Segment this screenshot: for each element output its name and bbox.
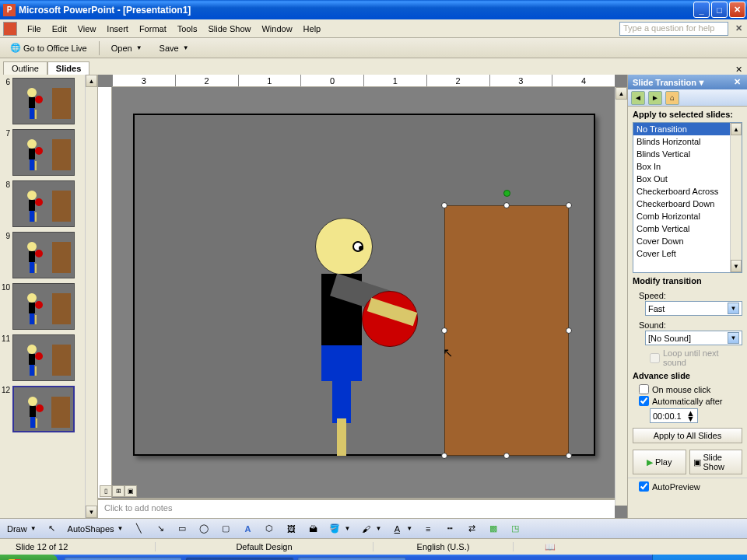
menu-view[interactable]: View (72, 23, 102, 35)
diagram-button[interactable]: ⬡ (259, 520, 279, 537)
slide-thumbnail[interactable]: 11 (2, 334, 96, 381)
line-style-button[interactable]: ≡ (418, 520, 438, 537)
help-search-input[interactable]: Type a question for help (619, 22, 728, 36)
figure-leg-shape[interactable] (332, 381, 351, 423)
scroll-down-button[interactable]: ▼ (86, 506, 97, 518)
sorter-view-button[interactable]: ⊞ (112, 485, 124, 497)
menu-help[interactable]: Help (298, 23, 327, 35)
transition-list-item[interactable]: Box In (633, 160, 742, 173)
slide-thumbnail[interactable]: 6 (2, 78, 96, 124)
3d-style-button[interactable]: ◳ (505, 520, 525, 537)
automatically-after-checkbox[interactable] (639, 396, 649, 406)
taskpane-menu-button[interactable]: ▼ (696, 77, 707, 87)
textbox-tool-button[interactable]: ▢ (216, 520, 236, 537)
menu-edit[interactable]: Edit (47, 23, 72, 35)
maximize-button[interactable]: □ (711, 2, 728, 18)
select-objects-button[interactable]: ↖ (42, 520, 62, 537)
line-tool-button[interactable]: ╲ (128, 520, 149, 537)
transitions-listbox[interactable]: No TransitionBlinds HorizontalBlinds Ver… (633, 122, 742, 273)
nav-back-button[interactable]: ◄ (631, 91, 645, 105)
start-button[interactable]: start (0, 555, 58, 560)
listbox-scrollbar[interactable]: ▲ ▼ (730, 123, 742, 272)
taskpane-close-button[interactable]: ✕ (732, 77, 742, 87)
slideshow-view-button[interactable]: ▣ (124, 485, 137, 497)
selection-handle[interactable] (441, 327, 447, 334)
on-mouse-click-checkbox[interactable] (639, 384, 649, 394)
go-to-office-live-button[interactable]: 🌐 Go to Office Live (3, 40, 94, 55)
scroll-up-button[interactable]: ▲ (86, 75, 97, 87)
menu-file[interactable]: File (22, 23, 47, 35)
slideshow-button[interactable]: ▣ Slide Show (689, 450, 743, 474)
slide-thumbnail[interactable]: 7 (2, 129, 96, 176)
transition-list-item[interactable]: Cover Down (633, 235, 742, 247)
selection-handle[interactable] (566, 453, 572, 459)
apply-to-all-button[interactable]: Apply to All Slides (633, 428, 742, 443)
picture-button[interactable]: 🏔 (303, 520, 323, 537)
slide-editor[interactable]: 32101234 ▲ ▯ ⊞ ▣ (98, 75, 627, 518)
font-color-button[interactable]: A▼ (387, 520, 416, 537)
clipart-button[interactable]: 🖼 (281, 520, 301, 537)
menu-window[interactable]: Window (256, 23, 297, 35)
draw-menu-button[interactable]: Draw▼ (3, 522, 40, 536)
slide-thumbnail[interactable]: 10 (2, 283, 96, 330)
transition-list-item[interactable]: No Transition (633, 123, 742, 135)
rotation-handle[interactable] (503, 190, 510, 197)
transition-list-item[interactable]: Checkerboard Down (633, 198, 742, 210)
figure-stick-shape[interactable] (337, 418, 346, 456)
transition-list-item[interactable]: Comb Vertical (633, 222, 742, 235)
minimize-button[interactable]: _ (693, 2, 710, 18)
selection-handle[interactable] (566, 202, 572, 208)
selection-handle[interactable] (441, 453, 447, 459)
document-close-button[interactable]: ✕ (733, 23, 744, 34)
system-tray[interactable]: 🛡 🔊 ⚙ 8:08 PM (652, 555, 747, 560)
status-spellcheck-icon[interactable]: 📖 (545, 542, 556, 552)
speed-combobox[interactable]: Fast ▼ (645, 301, 742, 316)
nav-home-button[interactable]: ⌂ (665, 91, 679, 105)
slide-thumbnail[interactable]: 8 (2, 180, 96, 227)
tab-outline[interactable]: Outline (3, 61, 47, 75)
close-button[interactable]: ✕ (729, 2, 745, 18)
scroll-up-button[interactable]: ▲ (731, 123, 742, 135)
thumbnails-scrollbar[interactable]: ▲ ▼ (85, 75, 97, 518)
transition-list-item[interactable]: Box Out (633, 173, 742, 185)
menu-format[interactable]: Format (134, 23, 172, 35)
play-button[interactable]: ▶ Play (633, 450, 686, 474)
oval-tool-button[interactable]: ◯ (194, 520, 214, 537)
wordart-button[interactable]: A (237, 520, 258, 537)
panel-close-button[interactable]: ✕ (733, 64, 744, 75)
notes-pane[interactable]: Click to add notes (98, 498, 615, 518)
arrow-style-button[interactable]: ⇄ (461, 520, 482, 537)
figure-eye-shape[interactable] (352, 241, 363, 252)
taskbar-item[interactable]: 📊Presentation1 (185, 557, 294, 560)
nav-forward-button[interactable]: ► (648, 91, 662, 105)
dash-style-button[interactable]: ┅ (440, 520, 460, 537)
selection-handle[interactable] (503, 453, 510, 459)
slide-thumbnail[interactable]: 12 (2, 386, 96, 432)
line-color-button[interactable]: 🖌▼ (356, 520, 385, 537)
transition-list-item[interactable]: Comb Horizontal (633, 210, 742, 222)
selection-handle[interactable] (441, 202, 447, 208)
scroll-down-button[interactable]: ▼ (731, 260, 742, 272)
auto-advance-time-spinner[interactable]: 00:00.1 ▲▼ (650, 408, 698, 423)
rectangle-tool-button[interactable]: ▭ (172, 520, 192, 537)
transition-list-item[interactable]: Blinds Vertical (633, 148, 742, 160)
fill-color-button[interactable]: 🪣▼ (324, 520, 354, 537)
slide-thumbnail[interactable]: 9 (2, 232, 96, 278)
transition-list-item[interactable]: Blinds Horizontal (633, 135, 742, 148)
editor-vertical-scrollbar[interactable]: ▲ (615, 87, 627, 506)
open-button[interactable]: Open▼ (104, 41, 149, 55)
transition-list-item[interactable]: Checkerboard Across (633, 185, 742, 198)
sound-combobox[interactable]: [No Sound] ▼ (645, 331, 742, 345)
menu-insert[interactable]: Insert (101, 23, 134, 35)
door-shape[interactable] (444, 205, 569, 456)
selection-handle[interactable] (503, 202, 510, 208)
autopreview-checkbox[interactable] (639, 481, 649, 492)
taskbar-item[interactable]: 🌐YouTube - liamturn97'... (64, 557, 183, 560)
scroll-up-button[interactable]: ▲ (615, 87, 627, 100)
slide-canvas[interactable]: ↖ (133, 114, 595, 456)
save-button[interactable]: Save▼ (153, 41, 196, 55)
menu-tools[interactable]: Tools (172, 23, 203, 35)
normal-view-button[interactable]: ▯ (100, 485, 112, 497)
shadow-style-button[interactable]: ▩ (483, 520, 503, 537)
transition-list-item[interactable]: Cover Left (633, 247, 742, 260)
